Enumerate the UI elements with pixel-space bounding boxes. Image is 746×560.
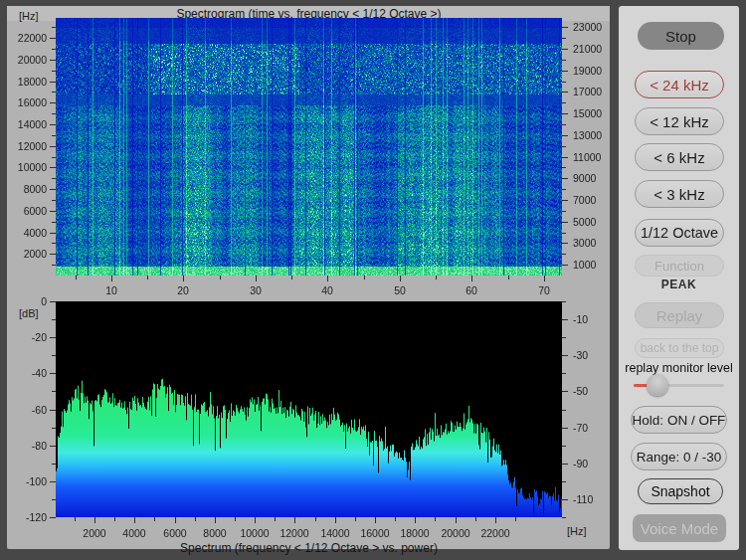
tick xyxy=(562,222,568,223)
tick-label: 23000 xyxy=(573,21,611,33)
tick-label: 40 xyxy=(307,284,347,296)
freq-12khz-button[interactable]: < 12 kHz xyxy=(635,107,724,135)
tick-label: 22000 xyxy=(9,32,47,44)
tick xyxy=(111,276,112,281)
tick-label: 11000 xyxy=(573,151,611,163)
tick xyxy=(562,233,566,234)
tick-label: 10000 xyxy=(9,161,47,173)
tick-label: 12000 xyxy=(9,140,47,152)
stop-button[interactable]: Stop xyxy=(638,22,724,50)
tick-label: 22000 xyxy=(473,527,517,539)
snapshot-button[interactable]: Snapshot xyxy=(638,478,723,504)
spectrogram-canvas xyxy=(56,18,562,276)
tick xyxy=(50,517,56,518)
tick xyxy=(495,517,496,523)
tick-label: -40 xyxy=(9,367,47,379)
spectrum-y-unit-label: [dB] xyxy=(19,307,39,319)
tick xyxy=(562,211,566,212)
tick-label: 18000 xyxy=(393,527,437,539)
tick xyxy=(562,146,566,147)
tick-label: 3000 xyxy=(573,237,611,249)
peak-mode-label: PEAK xyxy=(619,278,739,291)
tick-label: 6000 xyxy=(153,527,197,539)
tick xyxy=(114,517,115,521)
tick xyxy=(562,428,568,429)
tick xyxy=(395,517,396,521)
hold-toggle-button[interactable]: Hold: ON / OFF xyxy=(631,406,727,434)
freq-6khz-button[interactable]: < 6 kHz xyxy=(635,143,724,171)
tick xyxy=(275,517,276,521)
back-to-top-button[interactable]: back to the top xyxy=(635,338,724,358)
tick-label: 30 xyxy=(236,284,276,296)
replay-monitor-label: replay monitor level xyxy=(619,361,739,375)
tick-label: -50 xyxy=(573,385,611,397)
tick-label: 16000 xyxy=(353,527,397,539)
freq-3khz-button[interactable]: < 3 kHz xyxy=(635,180,724,208)
tick xyxy=(335,517,336,523)
tick xyxy=(562,243,568,244)
tick xyxy=(294,517,295,523)
tick xyxy=(562,355,568,356)
tick xyxy=(134,517,135,523)
tick xyxy=(562,157,568,158)
tick xyxy=(562,167,566,168)
tick-label: 2000 xyxy=(9,248,47,260)
tick xyxy=(375,517,376,523)
tick xyxy=(315,517,316,521)
tick-label: -120 xyxy=(9,511,47,523)
tick xyxy=(94,517,95,523)
tick xyxy=(400,276,401,281)
tick xyxy=(471,276,472,281)
tick-label: 10000 xyxy=(233,527,277,539)
tick-label: 9000 xyxy=(573,172,611,184)
tick-label: 19000 xyxy=(573,65,611,77)
tick xyxy=(562,373,566,374)
spectrum-x-unit-label: [Hz] xyxy=(567,525,587,537)
tick xyxy=(183,276,184,281)
replay-level-slider-thumb[interactable] xyxy=(647,374,668,396)
tick xyxy=(175,517,176,523)
tick-label: 8000 xyxy=(193,527,237,539)
tick-label: -30 xyxy=(573,349,611,361)
tick-label: 20000 xyxy=(9,54,47,66)
tick-label: 13000 xyxy=(573,129,611,141)
tick xyxy=(475,517,476,521)
tick xyxy=(515,517,516,521)
tick xyxy=(256,276,257,281)
tick xyxy=(562,446,566,447)
tick-label: 10 xyxy=(92,284,131,296)
tick xyxy=(215,517,216,523)
tick xyxy=(154,517,155,521)
tick xyxy=(562,38,566,39)
app-root: [Hz] Spectrogram (time vs. frequency < 1… xyxy=(0,0,746,560)
tick xyxy=(562,49,568,50)
tick xyxy=(220,276,221,280)
tick xyxy=(235,517,236,521)
tick xyxy=(508,276,509,280)
tick xyxy=(562,481,566,482)
replay-button[interactable]: Replay xyxy=(635,302,724,328)
freq-24khz-button[interactable]: < 24 kHz xyxy=(635,71,724,98)
tick xyxy=(147,276,148,280)
tick-label: 4000 xyxy=(9,227,47,239)
octave-button[interactable]: 1/12 Octave xyxy=(635,219,724,247)
range-toggle-button[interactable]: Range: 0 / -30 xyxy=(631,443,727,470)
tick xyxy=(435,517,436,521)
tick-label: -60 xyxy=(9,404,47,416)
tick-label: 8000 xyxy=(9,183,47,195)
tick xyxy=(562,254,566,255)
tick xyxy=(75,517,76,521)
tick xyxy=(562,27,568,28)
tick xyxy=(195,517,196,521)
tick xyxy=(415,517,416,523)
function-button[interactable]: Function xyxy=(635,255,724,277)
tick-label: 14000 xyxy=(9,118,47,130)
voice-mode-button[interactable]: Voice Mode xyxy=(633,514,726,542)
tick xyxy=(562,265,568,266)
tick xyxy=(562,82,566,83)
analyzer-panel: [Hz] Spectrogram (time vs. frequency < 1… xyxy=(7,6,610,549)
tick xyxy=(364,276,365,280)
tick-label: 20000 xyxy=(434,527,477,539)
tick-label: 12000 xyxy=(273,527,316,539)
tick xyxy=(562,113,568,114)
